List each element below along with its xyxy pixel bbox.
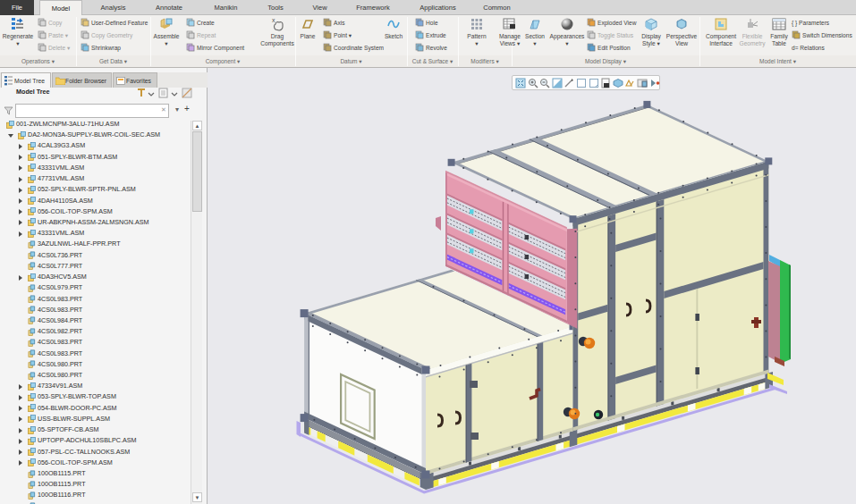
svg-text:x: x — [272, 17, 275, 23]
